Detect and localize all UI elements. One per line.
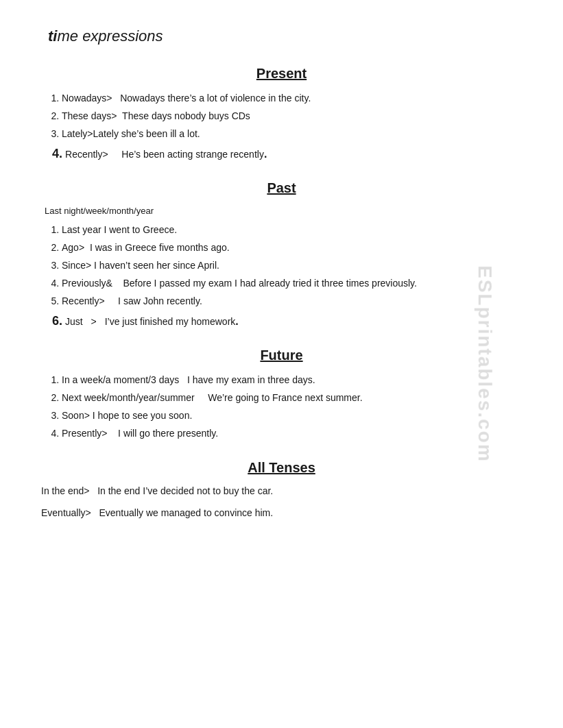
list-item: Next week/month/year/summer We’re going … — [62, 391, 522, 405]
item-label: Last year — [62, 224, 101, 235]
item-example: I hope to see you soon. — [93, 410, 193, 421]
item-label: In a week/a moment/3 days — [62, 374, 179, 385]
item-6-label: Just — [65, 316, 83, 327]
item-6-number: 6. — [52, 314, 62, 328]
item-example: Lately she’s been ill a lot. — [93, 128, 200, 139]
all-tenses-item-1: In the end> In the end I’ve decided not … — [41, 485, 522, 496]
item-example: Nowadays there’s a lot of violence in th… — [120, 93, 311, 104]
future-heading: Future — [41, 348, 522, 363]
list-item: Recently> I saw John recently. — [62, 294, 522, 308]
list-item: Nowadays> Nowadays there’s a lot of viol… — [62, 91, 522, 106]
past-sublabel: Last night/week/month/year — [45, 206, 522, 216]
item-label: Lately> — [62, 128, 93, 139]
item-label: Presently> — [62, 428, 108, 439]
page-title: time expressions — [48, 27, 522, 45]
item-label: Eventually> — [41, 507, 91, 518]
past-section: Past Last night/week/month/year Last yea… — [41, 180, 522, 328]
list-item: In a week/a moment/3 days I have my exam… — [62, 373, 522, 387]
item-label: Nowadays> — [62, 93, 112, 104]
item-example: These days nobody buys CDs — [122, 110, 250, 121]
item-label: Ago> — [62, 242, 84, 253]
item-6-arrow: > — [91, 316, 97, 327]
item-4-example-start: He’s been acting strange recently. — [121, 148, 267, 160]
item-label: Soon> — [62, 410, 90, 421]
title-rest: me expressions — [57, 27, 163, 45]
list-item: These days> These days nobody buys CDs — [62, 109, 522, 123]
item-label: Recently> — [62, 295, 105, 306]
all-tenses-heading: All Tenses — [41, 460, 522, 476]
item-example: I will go there presently. — [118, 428, 218, 439]
item-label: These days> — [62, 110, 117, 121]
future-list: In a week/a moment/3 days I have my exam… — [41, 373, 522, 441]
item-6-example: I’ve just finished my homework. — [105, 315, 239, 328]
present-section: Present Nowadays> Nowadays there’s a lot… — [41, 66, 522, 161]
list-item: Ago> I was in Greece five months ago. — [62, 241, 522, 255]
item-label: Since> — [62, 260, 91, 271]
item-label: Previously& — [62, 278, 112, 289]
present-list: Nowadays> Nowadays there’s a lot of viol… — [41, 91, 522, 141]
item-example: I haven’t seen her since April. — [94, 260, 219, 271]
past-list: Last year I went to Greece. Ago> I was i… — [41, 223, 522, 308]
all-tenses-item-2: Eventually> Eventually we managed to con… — [41, 507, 522, 518]
present-item-4: 4. Recently> He’s been acting strange re… — [41, 147, 522, 161]
list-item: Lately>Lately she’s been ill a lot. — [62, 127, 522, 141]
item-example: Eventually we managed to convince him. — [99, 507, 273, 518]
item-example: I went to Greece. — [104, 224, 177, 235]
title-bold-part: ti — [48, 27, 57, 45]
item-label: In the end> — [41, 485, 89, 496]
list-item: Presently> I will go there presently. — [62, 426, 522, 441]
all-tenses-section: All Tenses In the end> In the end I’ve d… — [41, 460, 522, 518]
item-4-number: 4. — [52, 147, 62, 161]
present-heading: Present — [41, 66, 522, 82]
future-section: Future In a week/a moment/3 days I have … — [41, 348, 522, 441]
item-4-label: Recently> — [65, 149, 108, 160]
item-example: I have my exam in three days. — [187, 374, 315, 385]
item-example: Before I passed my exam I had already tr… — [123, 278, 417, 289]
past-item-6: 6. Just > I’ve just finished my homework… — [41, 314, 522, 328]
list-item: Since> I haven’t seen her since April. — [62, 258, 522, 273]
past-heading: Past — [41, 180, 522, 196]
list-item: Soon> I hope to see you soon. — [62, 409, 522, 423]
item-example: I was in Greece five months ago. — [90, 242, 230, 253]
item-example: In the end I’ve decided not to buy the c… — [97, 485, 273, 496]
list-item: Last year I went to Greece. — [62, 223, 522, 237]
list-item: Previously& Before I passed my exam I ha… — [62, 276, 522, 291]
item-example: We’re going to France next summer. — [208, 392, 362, 403]
item-label: Next week/month/year/summer — [62, 392, 195, 403]
item-example: I saw John recently. — [118, 295, 202, 306]
